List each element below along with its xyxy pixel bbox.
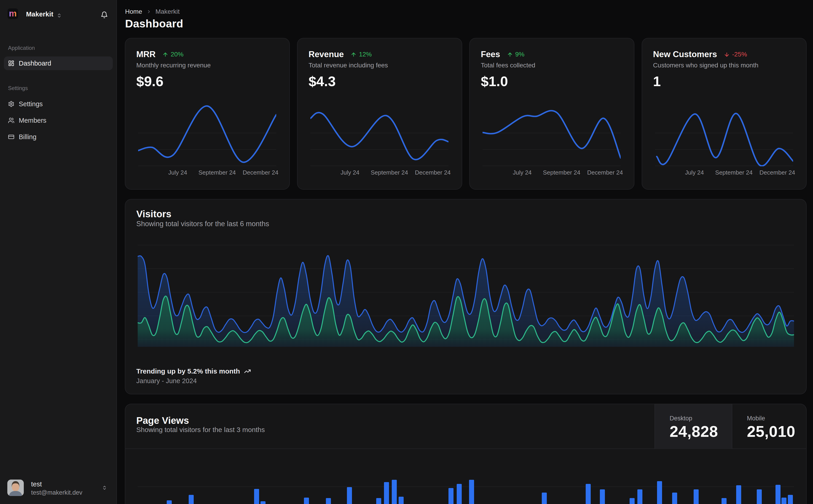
svg-text:m: m [9, 9, 17, 18]
